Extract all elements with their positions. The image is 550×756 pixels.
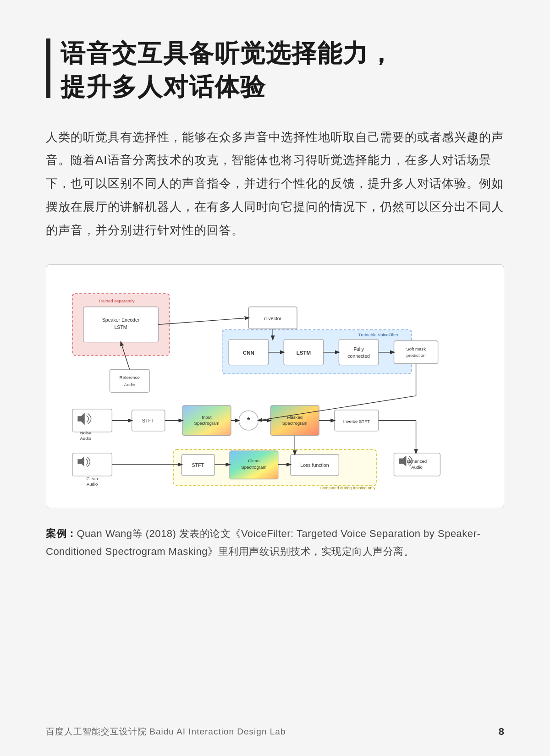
footer-page-number: 8 [499,726,504,738]
svg-line-24 [158,318,248,324]
clean-audio-label2: Audio [87,482,98,487]
page: 语音交互具备听觉选择能力， 提升多人对话体验 人类的听觉具有选择性，能够在众多声… [0,0,550,756]
input-spec-label1: Input [202,415,212,420]
soft-mask-label1: Soft mask [406,346,426,351]
lstm-label: LSTM [297,350,311,356]
cnn-label: CNN [243,350,254,356]
soft-mask-label2: prediction [407,353,426,358]
trained-separately-label: Trained separately [98,298,134,303]
svg-rect-7 [394,341,438,364]
svg-rect-6 [339,340,379,365]
trainable-vf-label: Trainable VoiceFilter [358,332,399,337]
diagram-container: Trained separately Speaker Encoder LSTM … [46,264,504,508]
footer: 百度人工智能交互设计院 Baidu AI Interaction Design … [0,726,550,738]
stft2-label: STFT [192,462,204,468]
fc-label2: connected [347,353,370,359]
ref-audio-label2: Audio [124,382,136,387]
enhanced-audio-label1: Enhanced [407,459,427,464]
computed-label: Computed during training only [319,486,375,490]
noisy-audio-label1: Noisy [80,431,91,436]
ref-audio-label1: Reference [120,375,140,380]
speaker-encoder-label2: LSTM [114,324,127,330]
enhanced-audio-label2: Audio [411,465,423,470]
caption: 案例：Quan Wang等 (2018) 发表的论文《VoiceFilter: … [46,525,504,561]
body-text: 人类的听觉具有选择性，能够在众多声音中选择性地听取自己需要的或者感兴趣的声音。随… [46,126,504,241]
input-spec-label2: Spectrogram [194,421,220,426]
d-vector-label: d-vector [264,316,282,321]
fc-label1: Fully [353,346,364,352]
svg-rect-8 [110,369,150,392]
loss-fn-label: Loss function [300,462,329,468]
title-accent-bar [46,38,50,98]
caption-text: Quan Wang等 (2018) 发表的论文《VoiceFilter: Tar… [46,528,480,558]
noisy-audio-label2: Audio [80,436,91,441]
footer-org: 百度人工智能交互设计院 Baidu AI Interaction Design … [46,726,286,738]
clean-spec-label1: Clean [248,458,259,463]
title-section: 语音交互具备听觉选择能力， 提升多人对话体验 [46,37,504,104]
masked-spec-label2: Spectrogram [282,421,308,426]
clean-audio-label1: Clean [87,477,98,482]
multiply-label: * [247,416,250,425]
diagram: Trained separately Speaker Encoder LSTM … [59,281,491,494]
caption-label: 案例： [46,528,77,539]
inverse-stft-label: Inverse STFT [343,419,370,424]
clean-spec-label2: Spectrogram [241,465,266,470]
stft1-label: STFT [142,418,154,423]
page-title: 语音交互具备听觉选择能力， 提升多人对话体验 [60,37,394,104]
speaker-encoder-label1: Speaker Encoder [102,318,140,323]
svg-rect-17 [72,453,112,476]
